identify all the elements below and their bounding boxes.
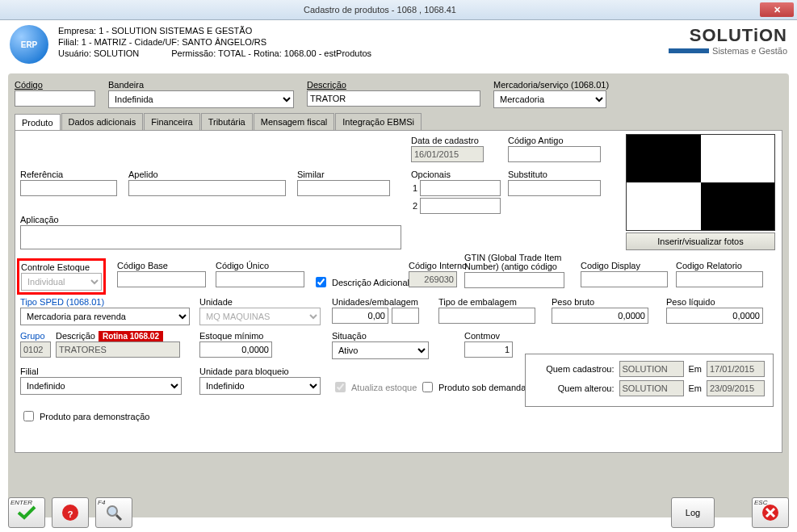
tab-integracao[interactable]: Integração EBMSi [335,113,422,130]
unid-emb-label: Unidades/embalagem [332,297,419,307]
unid-bloqueio-label: Unidade para bloqueio [199,367,321,376]
tab-mensagem-fiscal[interactable]: Mensagem fiscal [254,113,335,130]
tipo-sped-label: Tipo SPED (1068.01) [20,297,190,307]
tab-dados-adicionais[interactable]: Dados adicionais [61,113,144,130]
svg-line-3 [116,515,121,520]
unid-bloqueio-select[interactable]: Indefinido [199,377,321,395]
controle-estoque-select[interactable]: Individual [21,273,102,291]
peso-liquido-label: Peso líquido [666,297,763,307]
permissao-label: Permissão: TOTAL - Rotina: 1068.00 - est… [171,48,371,59]
unid-emb-input[interactable] [332,308,388,324]
codigo-relatorio-input[interactable] [676,271,763,287]
estoque-min-input[interactable] [199,341,272,358]
brand-area: SOLUTiON Sistemas e Gestão [669,25,787,64]
log-button[interactable]: Log [671,497,715,528]
tab-financeira[interactable]: Financeira [144,113,199,130]
descricao-label: Descrição [307,80,480,90]
grupo-desc-label: Descrição [56,331,95,341]
codigo-relatorio-label: Codigo Relatorio [676,261,763,270]
codigo-antigo-input[interactable] [508,146,601,162]
confirm-button[interactable]: ENTER [8,497,45,528]
substituto-label: Substituto [508,170,601,179]
cancel-button[interactable]: ESC [752,497,789,528]
opt1-num: 1 [411,183,417,193]
codigo-base-input[interactable] [117,271,206,287]
help-icon: ? [61,503,80,522]
sob-demanda-checkbox[interactable] [422,382,433,392]
brand-bar [669,48,709,53]
contmov-label: Contmov [464,331,513,341]
apelido-input[interactable] [128,180,286,196]
search-button[interactable]: F4 [95,497,132,528]
rotina-badge: Rotina 1068.02 [99,331,163,341]
bandeira-label: Bandeira [108,80,294,90]
opcional2-input[interactable] [420,198,501,214]
data-cadastro-input [411,146,484,162]
brand-subtitle: Sistemas e Gestão [712,46,787,56]
unid-emb2-input[interactable] [392,308,419,324]
search-icon [105,504,123,522]
atualiza-estoque-checkbox [335,382,346,392]
unidade-label: Unidade [199,297,321,307]
titlebar: Cadastro de produtos - 1068 , 1068.41 ✕ [0,0,797,20]
referencia-input[interactable] [20,180,117,196]
app-header: ERP Empresa: 1 - SOLUTION SISTEMAS E GES… [0,20,797,69]
opcional1-input[interactable] [420,180,501,196]
alt-em-label: Em [689,383,703,393]
substituto-input[interactable] [508,180,601,196]
tipo-emb-input[interactable] [438,308,535,324]
situacao-label: Situação [332,331,429,341]
opcionais-label: Opcionais [411,170,501,179]
codigo-unico-input[interactable] [216,271,304,287]
audit-box: Quem cadastrou: Em Quem alterou: Em [525,354,774,407]
tab-strip: Produto Dados adicionais Financeira Trib… [15,113,782,130]
insert-photo-button[interactable]: Inserir/visualizar fotos [626,232,775,250]
codigo-antigo-label: Código Antigo [508,136,601,145]
similar-input[interactable] [297,180,390,196]
produto-demonstracao-label: Produto para demonstração [40,412,149,421]
codigo-display-label: Codigo Display [581,261,668,270]
tipo-sped-select[interactable]: Mercadoria para revenda [20,308,190,325]
situacao-select[interactable]: Ativo [332,341,429,359]
svg-text:?: ? [68,509,73,519]
cad-em-label: Em [689,364,703,374]
peso-bruto-label: Peso bruto [552,297,648,307]
bandeira-select[interactable]: Indefinida [108,90,294,108]
estoque-min-label: Estoque mínimo [199,331,272,341]
close-button[interactable]: ✕ [760,2,794,17]
cad-date-input [707,361,765,377]
similar-label: Similar [297,170,390,179]
peso-liquido-input[interactable] [666,308,763,324]
tab-produto[interactable]: Produto [15,114,61,131]
filial-label: Filial: 1 - MATRIZ - Cidade/UF: SANTO ÂN… [58,36,371,48]
descricao-input[interactable] [307,90,480,107]
alt-date-input [707,380,765,396]
quem-cadastrou-label: Quem cadastrou: [534,364,615,374]
filial-select[interactable]: Indefinido [20,377,182,395]
codigo-display-input[interactable] [581,271,668,287]
codigo-base-label: Código Base [117,261,206,270]
quem-alterou-input [619,380,684,396]
gtin-input[interactable] [464,272,564,288]
codigo-interno-label: Código Interno [409,261,467,270]
empresa-label: Empresa: 1 - SOLUTION SISTEMAS E GESTÃO [58,25,371,36]
codigo-input[interactable] [15,90,95,107]
quem-cadastrou-input [619,361,684,377]
unidade-select: MQ MAQUINAS [199,308,321,325]
brand-title: SOLUTiON [669,25,787,46]
produto-demonstracao-checkbox[interactable] [23,411,34,421]
window-title: Cadastro de produtos - 1068 , 1068.41 [0,5,760,15]
product-photo [626,134,775,231]
contmov-input[interactable] [464,341,513,358]
data-cadastro-label: Data de cadastro [411,136,484,145]
panel-produto: Data de cadastro Código Antigo Inserir/v… [15,130,782,453]
peso-bruto-input[interactable] [552,308,648,324]
gtin-label: GTIN (Global Trade Item Number) (antigo … [464,253,569,271]
mercadoria-select[interactable]: Mercadoria [493,90,606,108]
tab-tributaria[interactable]: Tributária [201,113,253,130]
apelido-label: Apelido [128,170,286,179]
help-button[interactable]: ? [52,497,89,528]
check-icon [16,505,37,521]
aplicacao-input[interactable] [20,225,401,249]
descricao-adicional-checkbox[interactable] [316,277,326,287]
